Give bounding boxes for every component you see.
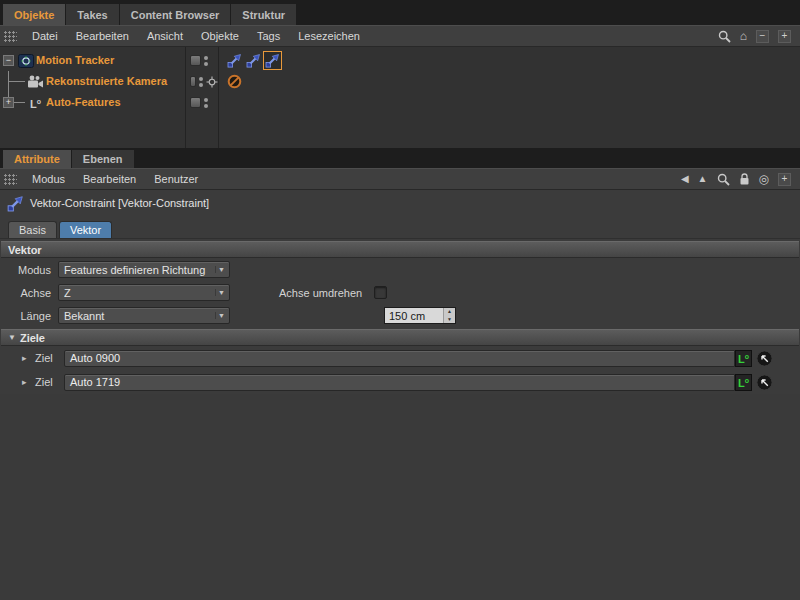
menu-lesezeichen[interactable]: Lesezeichen [289, 26, 369, 46]
tag-row [219, 92, 800, 113]
pick-object-button[interactable] [756, 350, 773, 367]
track-mode-icon[interactable]: ◎ [759, 173, 769, 185]
tab-attribute[interactable]: Attribute [3, 150, 71, 168]
dropdown-value: Bekannt [64, 310, 212, 322]
menu-bearbeiten[interactable]: Bearbeiten [74, 169, 145, 189]
manager-tab-bar: Objekte Takes Content Browser Struktur [0, 0, 800, 25]
tab-takes[interactable]: Takes [66, 4, 118, 25]
section-title: Ziele [20, 332, 45, 344]
menu-objekte[interactable]: Objekte [192, 26, 248, 46]
vector-constraint-tag-icon[interactable] [226, 52, 243, 69]
menu-bearbeiten[interactable]: Bearbeiten [67, 26, 138, 46]
maximize-icon[interactable]: + [778, 30, 791, 43]
lock-icon[interactable] [739, 173, 750, 186]
attribute-tab-bar: Attribute Ebenen [0, 148, 800, 168]
menu-ansicht[interactable]: Ansicht [138, 26, 192, 46]
search-icon[interactable] [718, 30, 731, 43]
target-link-group: Auto 1719 Lo [64, 374, 773, 391]
collapse-expander-icon[interactable]: + [3, 97, 14, 108]
tab-ebenen[interactable]: Ebenen [72, 150, 134, 168]
tree-row-auto-features[interactable]: + Lo Auto-Features [0, 92, 185, 113]
tab-objekte[interactable]: Objekte [3, 4, 65, 25]
tag-row [219, 50, 800, 71]
toggle-row [186, 92, 218, 113]
subtab-basis[interactable]: Basis [8, 221, 57, 238]
attribute-sub-tabs: Basis Vektor [0, 216, 800, 239]
history-back-icon[interactable]: ◀ [681, 173, 689, 185]
menu-datei[interactable]: Datei [23, 26, 67, 46]
object-manager-body: − Motion Tracker Rekonstruierte Kamera + [0, 47, 800, 148]
edit-enable-toggle[interactable] [190, 76, 196, 87]
target-label: Ziel [35, 376, 60, 388]
object-toggles-column [186, 47, 219, 148]
stepper-down-icon[interactable]: ▼ [444, 316, 455, 324]
field-label: Modus [0, 264, 58, 276]
row-expand-icon[interactable]: ▸ [22, 377, 35, 387]
length-input[interactable]: 150 cm ▲ ▼ [384, 307, 456, 324]
collapse-expander-icon[interactable]: − [3, 55, 14, 66]
section-title: Vektor [8, 244, 42, 256]
target-link-group: Auto 0900 Lo [64, 350, 773, 367]
attribute-toolbar-right: ◀ ▲ ◎ + [681, 173, 800, 186]
panel-grip-handle[interactable] [4, 174, 17, 185]
application-window: Objekte Takes Content Browser Struktur D… [0, 0, 800, 600]
menu-tags[interactable]: Tags [248, 26, 289, 46]
tab-content-browser[interactable]: Content Browser [120, 4, 231, 25]
modus-dropdown[interactable]: Features definieren Richtung ▼ [58, 261, 230, 278]
toggle-row [186, 71, 218, 92]
vector-constraint-tag-icon-selected[interactable] [264, 52, 281, 69]
auto-features-icon: Lo [27, 94, 44, 111]
field-row-laenge: Länge Bekannt ▼ 150 cm ▲ ▼ [0, 304, 800, 327]
achse-umdrehen-label: Achse umdrehen [279, 287, 362, 299]
object-manager-toolbar-right: ⌂ − + [718, 30, 800, 43]
attribute-menubar: Modus Bearbeiten Benutzer ◀ ▲ ◎ + [0, 168, 800, 190]
tags-column [219, 47, 800, 148]
pick-object-button[interactable] [756, 374, 773, 391]
menu-benutzer[interactable]: Benutzer [145, 169, 207, 189]
field-label: Achse [0, 287, 58, 299]
camera-target-icon[interactable] [206, 76, 218, 88]
home-icon[interactable]: ⌂ [740, 30, 747, 42]
vector-constraint-tag-icon[interactable] [245, 52, 262, 69]
target-link-field[interactable]: Auto 0900 [64, 350, 735, 367]
target-object-type-icon: Lo [735, 350, 752, 367]
target-link-field[interactable]: Auto 1719 [64, 374, 735, 391]
target-row: ▸ Ziel Auto 0900 Lo [0, 346, 800, 370]
visibility-dots[interactable] [199, 77, 203, 87]
minimize-icon[interactable]: − [756, 30, 769, 43]
toggle-row [186, 50, 218, 71]
field-row-achse: Achse Z ▼ Achse umdrehen [0, 281, 800, 304]
visibility-dots[interactable] [204, 98, 208, 108]
object-label[interactable]: Motion Tracker [36, 54, 114, 66]
dropdown-value: Z [64, 287, 212, 299]
menu-modus[interactable]: Modus [23, 169, 74, 189]
new-panel-icon[interactable]: + [778, 173, 791, 186]
motion-tracker-icon [17, 52, 34, 69]
visibility-dots[interactable] [204, 56, 208, 66]
chevron-down-icon: ▼ [215, 289, 227, 296]
tab-struktur[interactable]: Struktur [231, 4, 296, 25]
history-forward-icon[interactable]: ▲ [698, 173, 708, 185]
edit-enable-toggle[interactable] [190, 55, 201, 66]
length-value[interactable]: 150 cm [385, 308, 443, 323]
laenge-dropdown[interactable]: Bekannt ▼ [58, 307, 230, 324]
row-expand-icon[interactable]: ▸ [22, 353, 35, 363]
stepper-up-icon[interactable]: ▲ [444, 308, 455, 316]
object-label[interactable]: Auto-Features [46, 96, 121, 108]
target-label: Ziel [35, 352, 60, 364]
object-label[interactable]: Rekonstruierte Kamera [46, 75, 167, 87]
achse-umdrehen-checkbox[interactable] [374, 286, 387, 299]
tree-row-rekonstruierte-kamera[interactable]: Rekonstruierte Kamera [0, 71, 185, 92]
section-header-ziele[interactable]: ▼ Ziele [1, 329, 799, 346]
attribute-title: Vektor-Constraint [Vektor-Constraint] [30, 197, 209, 209]
length-stepper[interactable]: ▲ ▼ [443, 308, 455, 323]
disabled-prohibition-tag-icon[interactable] [226, 73, 243, 90]
tree-row-motion-tracker[interactable]: − Motion Tracker [0, 50, 185, 71]
search-icon[interactable] [717, 173, 730, 186]
collapse-triangle-icon[interactable]: ▼ [8, 333, 16, 342]
subtab-vektor[interactable]: Vektor [59, 221, 112, 238]
achse-dropdown[interactable]: Z ▼ [58, 284, 230, 301]
edit-enable-toggle[interactable] [190, 97, 201, 108]
attribute-title-row: Vektor-Constraint [Vektor-Constraint] [0, 190, 800, 216]
panel-grip-handle[interactable] [4, 31, 17, 42]
